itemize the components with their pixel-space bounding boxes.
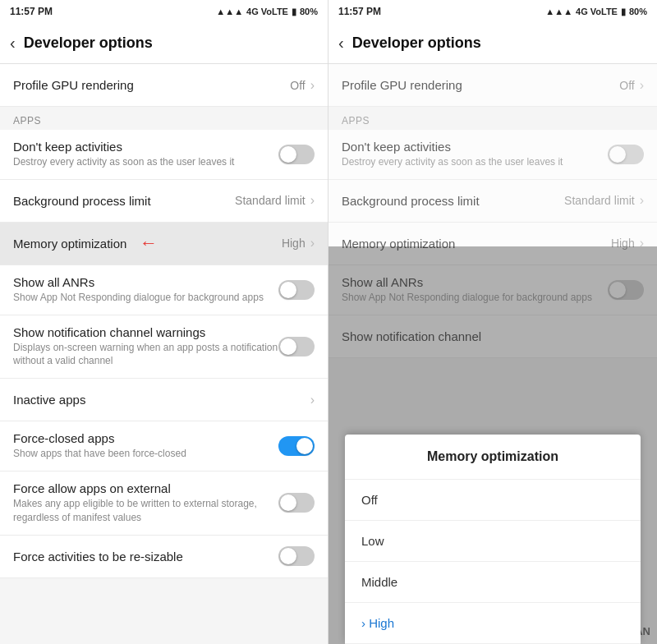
right-item-profile-gpu: Profile GPU rendering Off › — [328, 64, 657, 107]
left-toggle-notif-channel[interactable] — [278, 337, 315, 356]
left-item-force-closed[interactable]: Force-closed apps Show apps that have be… — [0, 421, 328, 472]
right-status-icons: ▲▲▲ 4G VoLTE ▮ 80% — [545, 7, 647, 17]
left-item-force-closed-title: Force-closed apps — [13, 431, 278, 445]
left-item-profile-gpu[interactable]: Profile GPU rendering Off › — [0, 64, 328, 107]
right-chevron-bg-process: › — [640, 193, 644, 208]
left-item-notif-channel-subtitle: Displays on-screen warning when an app p… — [13, 341, 278, 369]
left-status-bar: 11:57 PM ▲▲▲ 4G VoLTE ▮ 80% — [0, 0, 328, 23]
battery-icon: ▮ — [292, 7, 296, 17]
left-page-title: Developer options — [24, 34, 153, 52]
left-item-show-anrs[interactable]: Show all ANRs Show App Not Responding di… — [0, 265, 328, 315]
right-back-button[interactable]: ‹ — [338, 34, 344, 53]
left-item-show-anrs-subtitle: Show App Not Responding dialogue for bac… — [13, 291, 278, 305]
right-item-dont-keep-subtitle: Destroy every activity as soon as the us… — [342, 155, 608, 169]
signal-icon: ▲▲▲ — [216, 7, 243, 16]
right-item-dont-keep-content: Don't keep activities Destroy every acti… — [342, 140, 608, 169]
battery-percent: 80% — [300, 7, 318, 16]
left-chevron-memory-opt: › — [310, 236, 315, 251]
right-item-dont-keep: Don't keep activities Destroy every acti… — [328, 130, 657, 180]
right-time: 11:57 PM — [338, 6, 381, 17]
left-item-inactive-apps-content: Inactive apps — [13, 393, 309, 407]
left-phone-panel: 11:57 PM ▲▲▲ 4G VoLTE ▮ 80% ‹ Developer … — [0, 0, 328, 644]
dialog-overlay: Memory optimization Off Low Middle High — [328, 246, 657, 644]
left-item-bg-process[interactable]: Background process limit Standard limit … — [0, 180, 328, 223]
left-item-force-resizable[interactable]: Force activities to be re-sizable — [0, 536, 328, 578]
left-toggle-force-resizable[interactable] — [278, 546, 315, 566]
dialog-option-low[interactable]: Low — [345, 521, 641, 562]
memory-optimization-dialog: Memory optimization Off Low Middle High — [345, 435, 641, 644]
right-header: ‹ Developer options — [328, 23, 657, 64]
left-item-force-allow-content: Force allow apps on external Makes any a… — [13, 481, 278, 525]
left-item-force-resizable-content: Force activities to be re-sizable — [13, 550, 278, 564]
left-item-force-closed-subtitle: Show apps that have been force-closed — [13, 447, 278, 461]
left-back-button[interactable]: ‹ — [10, 34, 16, 53]
left-toggle-dont-keep[interactable] — [278, 145, 315, 164]
network-label: 4G VoLTE — [246, 7, 288, 16]
right-phone-panel: 11:57 PM ▲▲▲ 4G VoLTE ▮ 80% ‹ Developer … — [328, 0, 657, 644]
left-arrow-indicator: ← — [140, 232, 158, 254]
left-item-notif-channel-content: Show notification channel warnings Displ… — [13, 325, 278, 369]
left-item-force-allow-subtitle: Makes any app eligible to be written to … — [13, 497, 278, 525]
left-status-icons: ▲▲▲ 4G VoLTE ▮ 80% — [216, 7, 318, 17]
left-chevron-inactive-apps: › — [310, 393, 315, 407]
right-network-label: 4G VoLTE — [576, 7, 618, 16]
left-item-force-closed-content: Force-closed apps Show apps that have be… — [13, 431, 278, 461]
right-item-profile-gpu-content: Profile GPU rendering — [342, 78, 619, 92]
left-item-dont-keep-title: Don't keep activities — [13, 140, 278, 154]
left-item-bg-process-content: Background process limit — [13, 194, 235, 208]
left-item-dont-keep[interactable]: Don't keep activities Destroy every acti… — [0, 130, 328, 180]
left-item-profile-gpu-title: Profile GPU rendering — [13, 78, 290, 92]
right-item-dont-keep-title: Don't keep activities — [342, 140, 608, 154]
left-item-dont-keep-content: Don't keep activities Destroy every acti… — [13, 140, 278, 169]
left-settings-list: Profile GPU rendering Off › APPS Don't k… — [0, 64, 328, 644]
left-chevron-profile-gpu: › — [310, 78, 315, 93]
left-item-profile-gpu-value: Off — [290, 79, 305, 92]
right-item-bg-process-title: Background process limit — [342, 194, 564, 208]
right-item-bg-process-content: Background process limit — [342, 194, 564, 208]
right-section-apps: APPS — [328, 107, 657, 130]
right-status-bar: 11:57 PM ▲▲▲ 4G VoLTE ▮ 80% — [328, 0, 657, 23]
dialog-option-off[interactable]: Off — [345, 480, 641, 521]
right-item-bg-process: Background process limit Standard limit … — [328, 180, 657, 223]
left-item-notif-channel[interactable]: Show notification channel warnings Displ… — [0, 315, 328, 380]
left-item-show-anrs-title: Show all ANRs — [13, 275, 278, 289]
left-chevron-bg-process: › — [310, 193, 315, 208]
left-section-apps: APPS — [0, 107, 328, 130]
right-item-profile-gpu-value: Off — [619, 79, 634, 92]
dialog-option-middle[interactable]: Middle — [345, 562, 641, 603]
right-page-title: Developer options — [352, 34, 481, 52]
left-item-force-resizable-title: Force activities to be re-sizable — [13, 550, 278, 564]
left-item-notif-channel-title: Show notification channel warnings — [13, 325, 278, 339]
left-item-profile-gpu-content: Profile GPU rendering — [13, 78, 290, 92]
right-chevron-profile-gpu: › — [640, 78, 644, 93]
dialog-title: Memory optimization — [345, 435, 641, 480]
right-toggle-dont-keep — [608, 145, 644, 164]
left-item-inactive-apps-title: Inactive apps — [13, 393, 309, 407]
right-signal-icon: ▲▲▲ — [545, 7, 572, 16]
left-item-dont-keep-subtitle: Destroy every activity as soon as the us… — [13, 155, 278, 169]
right-item-bg-process-value: Standard limit — [564, 194, 635, 207]
left-item-memory-opt[interactable]: Memory optimization ← High › — [0, 223, 328, 265]
left-item-force-allow[interactable]: Force allow apps on external Makes any a… — [0, 472, 328, 536]
right-item-profile-gpu-title: Profile GPU rendering — [342, 78, 619, 92]
left-item-force-allow-title: Force allow apps on external — [13, 481, 278, 495]
left-header: ‹ Developer options — [0, 23, 328, 64]
dialog-option-high[interactable]: High — [345, 603, 641, 644]
left-item-memory-opt-value: High — [282, 237, 306, 250]
left-item-show-anrs-content: Show all ANRs Show App Not Responding di… — [13, 275, 278, 305]
left-toggle-force-allow[interactable] — [278, 493, 315, 513]
left-time: 11:57 PM — [10, 6, 53, 17]
left-item-bg-process-value: Standard limit — [235, 194, 306, 207]
right-battery-icon: ▮ — [621, 7, 626, 17]
left-toggle-force-closed[interactable] — [278, 436, 315, 456]
right-battery-percent: 80% — [629, 7, 647, 16]
left-toggle-show-anrs[interactable] — [278, 280, 315, 300]
left-item-bg-process-title: Background process limit — [13, 194, 235, 208]
left-item-inactive-apps[interactable]: Inactive apps › — [0, 379, 328, 421]
